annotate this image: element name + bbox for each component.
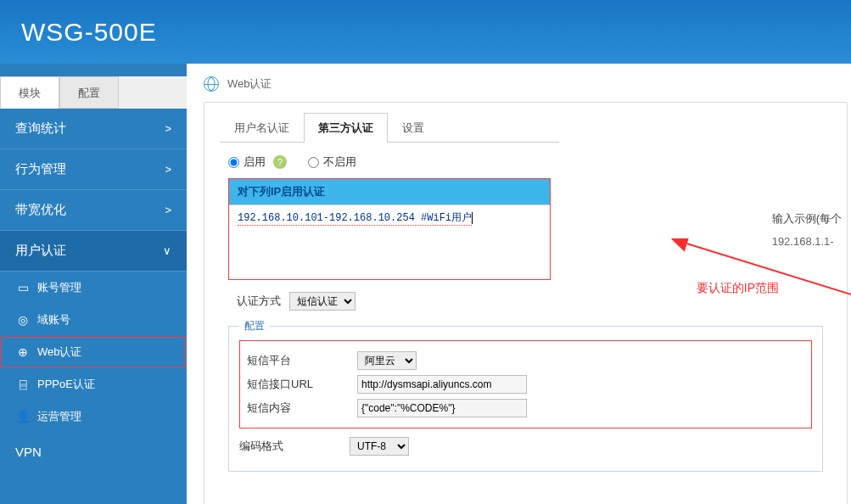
row-url: 短信接口URL xyxy=(247,375,804,394)
card-icon: ▭ xyxy=(15,282,31,294)
user-icon: 👤 xyxy=(15,411,31,423)
chevron-down-icon: ∨ xyxy=(163,244,171,257)
nav-list: 查询统计 > 行为管理 > 带宽优化 > 用户认证 ∨ ▭ 账号管理 xyxy=(0,109,187,471)
nav-auth-sub: ▭ 账号管理 ◎ 域账号 ⊕ Web认证 ⌸ PPPoE认证 👤 运营管理 xyxy=(0,272,187,433)
row-content: 短信内容 xyxy=(247,399,804,417)
app-title: WSG-500E xyxy=(21,18,157,47)
globe-icon: ⊕ xyxy=(15,346,31,358)
nav-label: 行为管理 xyxy=(15,161,66,177)
panel: 用户名认证 第三方认证 设置 启用 ? 不启用 对下列IP启用认证 xyxy=(204,102,848,504)
globe-icon xyxy=(204,76,219,92)
content-label: 短信内容 xyxy=(247,400,357,416)
sidebar-tab-config[interactable]: 配置 xyxy=(59,76,119,109)
url-input[interactable] xyxy=(357,375,527,394)
radio-disable[interactable]: 不启用 xyxy=(308,154,356,170)
ip-range-textarea[interactable]: 192.168.10.101-192.168.10.254 #WiFi用户 xyxy=(229,204,550,279)
ip-range-block: 对下列IP启用认证 192.168.10.101-192.168.10.254 … xyxy=(228,178,551,280)
sub-web-auth[interactable]: ⊕ Web认证 xyxy=(0,336,187,368)
sub-label: PPPoE认证 xyxy=(37,377,95,392)
radio-label: 不启用 xyxy=(323,154,356,170)
example-title: 输入示例(每个 xyxy=(772,211,842,227)
tab-username-auth[interactable]: 用户名认证 xyxy=(220,113,304,143)
platform-label: 短信平台 xyxy=(247,353,357,368)
row-encoding: 编码格式 UTF-8 xyxy=(239,437,812,456)
sub-pppoe[interactable]: ⌸ PPPoE认证 xyxy=(0,368,187,400)
page-head: Web认证 xyxy=(204,76,851,102)
sidebar-tabs: 模块 配置 xyxy=(0,76,187,109)
auth-tabs: 用户名认证 第三方认证 设置 xyxy=(220,113,559,143)
page-title: Web认证 xyxy=(227,76,272,92)
sub-label: Web认证 xyxy=(37,344,82,360)
sub-account[interactable]: ▭ 账号管理 xyxy=(0,272,187,304)
nav-label: VPN xyxy=(15,445,42,459)
main: Web认证 用户名认证 第三方认证 设置 启用 ? 不启用 xyxy=(187,64,851,504)
example-line: 192.168.1.1- xyxy=(772,235,842,248)
nav-auth[interactable]: 用户认证 ∨ xyxy=(0,231,187,272)
chevron-right-icon: > xyxy=(165,163,171,176)
tab-settings[interactable]: 设置 xyxy=(388,113,439,143)
help-icon[interactable]: ? xyxy=(273,155,287,169)
nav-behavior[interactable]: 行为管理 > xyxy=(0,149,187,190)
nav-stats[interactable]: 查询统计 > xyxy=(0,109,187,149)
content-input[interactable] xyxy=(357,399,527,417)
key-icon: ⌸ xyxy=(15,378,31,390)
auth-mode-label: 认证方式 xyxy=(237,294,281,309)
radio-label: 启用 xyxy=(244,154,266,170)
annotation-text: 要认证的IP范围 xyxy=(697,281,779,296)
url-label: 短信接口URL xyxy=(247,377,357,392)
nav-bandwidth[interactable]: 带宽优化 > xyxy=(0,190,187,231)
text-cursor xyxy=(472,212,473,224)
layout: 模块 配置 查询统计 > 行为管理 > 带宽优化 > 用户认证 ∨ ▭ xyxy=(0,64,851,504)
example-hint: 输入示例(每个 192.168.1.1- xyxy=(772,211,842,248)
sub-label: 域账号 xyxy=(37,312,70,328)
auth-mode-select[interactable]: 短信认证 xyxy=(289,292,356,311)
config-fieldset: 配置 短信平台 阿里云 短信接口URL 短信内容 xyxy=(228,319,823,472)
nav-vpn[interactable]: VPN xyxy=(0,433,187,471)
radio-enable[interactable]: 启用 ? xyxy=(228,154,287,170)
nav-label: 用户认证 xyxy=(15,243,66,259)
platform-select[interactable]: 阿里云 xyxy=(357,351,417,370)
radio-disable-input[interactable] xyxy=(308,157,319,168)
encoding-label: 编码格式 xyxy=(239,439,350,454)
chevron-right-icon: > xyxy=(165,122,171,135)
ip-range-value: 192.168.10.101-192.168.10.254 #WiFi用户 xyxy=(238,210,472,226)
nav-label: 带宽优化 xyxy=(15,202,66,218)
row-platform: 短信平台 阿里云 xyxy=(247,351,804,370)
sub-label: 账号管理 xyxy=(37,280,81,295)
chevron-right-icon: > xyxy=(165,204,171,216)
config-legend: 配置 xyxy=(239,319,270,333)
ip-range-title: 对下列IP启用认证 xyxy=(229,179,550,204)
sub-operation[interactable]: 👤 运营管理 xyxy=(0,400,187,433)
radio-enable-input[interactable] xyxy=(228,157,239,168)
encoding-select[interactable]: UTF-8 xyxy=(350,437,409,456)
nav-label: 查询统计 xyxy=(15,120,66,137)
sms-config-group: 短信平台 阿里云 短信接口URL 短信内容 xyxy=(239,340,812,428)
tab-third-party-auth[interactable]: 第三方认证 xyxy=(304,113,388,143)
app-header: WSG-500E xyxy=(0,0,851,64)
enable-row: 启用 ? 不启用 xyxy=(220,154,831,170)
sidebar: 模块 配置 查询统计 > 行为管理 > 带宽优化 > 用户认证 ∨ ▭ xyxy=(0,64,187,504)
at-icon: ◎ xyxy=(15,314,31,326)
sub-domain[interactable]: ◎ 域账号 xyxy=(0,304,187,336)
sidebar-tab-module[interactable]: 模块 xyxy=(0,76,59,109)
sub-label: 运营管理 xyxy=(37,409,81,424)
